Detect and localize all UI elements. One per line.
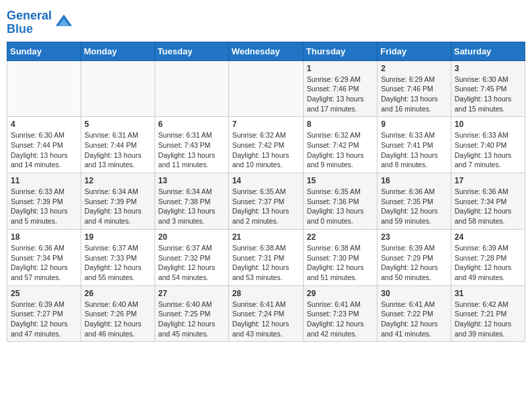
day-number: 6: [159, 120, 225, 129]
calendar-cell: 12Sunrise: 6:34 AMSunset: 7:39 PMDayligh…: [81, 173, 154, 230]
day-number: 25: [11, 289, 77, 298]
calendar-table: SundayMondayTuesdayWednesdayThursdayFrid…: [7, 42, 525, 342]
day-number: 23: [381, 232, 447, 242]
calendar-cell: 5Sunrise: 6:31 AMSunset: 7:44 PMDaylight…: [81, 117, 154, 173]
day-number: 28: [232, 289, 300, 298]
calendar-cell: 27Sunrise: 6:40 AMSunset: 7:25 PMDayligh…: [154, 285, 228, 342]
day-info: Sunrise: 6:42 AMSunset: 7:21 PMDaylight:…: [455, 300, 521, 339]
day-info: Sunrise: 6:39 AMSunset: 7:27 PMDaylight:…: [11, 300, 77, 339]
calendar-cell: 18Sunrise: 6:36 AMSunset: 7:34 PMDayligh…: [7, 229, 81, 285]
calendar-cell: 4Sunrise: 6:30 AMSunset: 7:44 PMDaylight…: [7, 117, 81, 173]
day-header-saturday: Saturday: [451, 42, 525, 60]
day-info: Sunrise: 6:40 AMSunset: 7:26 PMDaylight:…: [85, 300, 151, 339]
day-info: Sunrise: 6:39 AMSunset: 7:29 PMDaylight:…: [381, 243, 447, 283]
calendar-cell: 9Sunrise: 6:33 AMSunset: 7:41 PMDaylight…: [378, 117, 451, 173]
calendar-cell: [81, 60, 154, 117]
calendar-cell: 1Sunrise: 6:29 AMSunset: 7:46 PMDaylight…: [303, 60, 377, 117]
day-number: 1: [307, 64, 373, 73]
calendar-cell: 15Sunrise: 6:35 AMSunset: 7:36 PMDayligh…: [303, 173, 377, 230]
day-info: Sunrise: 6:34 AMSunset: 7:38 PMDaylight:…: [159, 187, 225, 226]
calendar-cell: 13Sunrise: 6:34 AMSunset: 7:38 PMDayligh…: [154, 173, 228, 230]
day-number: 13: [159, 176, 225, 185]
calendar-cell: 16Sunrise: 6:36 AMSunset: 7:35 PMDayligh…: [378, 173, 451, 230]
calendar-week-row: 18Sunrise: 6:36 AMSunset: 7:34 PMDayligh…: [7, 229, 525, 285]
day-number: 3: [455, 64, 521, 73]
calendar-cell: [7, 60, 81, 117]
calendar-cell: 24Sunrise: 6:39 AMSunset: 7:28 PMDayligh…: [451, 229, 525, 285]
day-number: 14: [232, 176, 300, 185]
day-info: Sunrise: 6:33 AMSunset: 7:40 PMDaylight:…: [455, 130, 521, 170]
day-header-wednesday: Wednesday: [228, 42, 303, 60]
day-number: 7: [232, 120, 300, 129]
calendar-cell: 23Sunrise: 6:39 AMSunset: 7:29 PMDayligh…: [378, 229, 451, 285]
day-info: Sunrise: 6:29 AMSunset: 7:46 PMDaylight:…: [307, 75, 373, 114]
day-number: 18: [11, 232, 77, 242]
calendar-cell: [154, 60, 228, 117]
calendar-cell: 3Sunrise: 6:30 AMSunset: 7:45 PMDaylight…: [451, 60, 525, 117]
day-info: Sunrise: 6:36 AMSunset: 7:34 PMDaylight:…: [455, 187, 521, 226]
calendar-cell: 26Sunrise: 6:40 AMSunset: 7:26 PMDayligh…: [81, 285, 154, 342]
calendar-cell: 22Sunrise: 6:38 AMSunset: 7:30 PMDayligh…: [303, 229, 377, 285]
day-info: Sunrise: 6:34 AMSunset: 7:39 PMDaylight:…: [85, 187, 151, 226]
day-number: 15: [307, 176, 373, 185]
day-info: Sunrise: 6:31 AMSunset: 7:43 PMDaylight:…: [159, 130, 225, 170]
day-number: 30: [381, 289, 447, 298]
logo-text: General Blue: [7, 9, 52, 36]
day-info: Sunrise: 6:36 AMSunset: 7:35 PMDaylight:…: [381, 187, 447, 226]
calendar-cell: 14Sunrise: 6:35 AMSunset: 7:37 PMDayligh…: [228, 173, 303, 230]
day-number: 19: [85, 232, 151, 242]
calendar-week-row: 1Sunrise: 6:29 AMSunset: 7:46 PMDaylight…: [7, 60, 525, 117]
calendar-cell: 7Sunrise: 6:32 AMSunset: 7:42 PMDaylight…: [228, 117, 303, 173]
day-number: 9: [381, 120, 447, 129]
day-number: 21: [232, 232, 300, 242]
day-header-friday: Friday: [378, 42, 451, 60]
day-number: 27: [159, 289, 225, 298]
day-number: 31: [455, 289, 521, 298]
day-info: Sunrise: 6:40 AMSunset: 7:25 PMDaylight:…: [159, 300, 225, 339]
day-info: Sunrise: 6:33 AMSunset: 7:41 PMDaylight:…: [381, 130, 447, 170]
day-number: 8: [307, 120, 373, 129]
day-header-tuesday: Tuesday: [154, 42, 228, 60]
day-info: Sunrise: 6:30 AMSunset: 7:44 PMDaylight:…: [11, 130, 77, 170]
calendar-cell: 30Sunrise: 6:41 AMSunset: 7:22 PMDayligh…: [378, 285, 451, 342]
day-number: 22: [307, 232, 373, 242]
calendar-cell: 2Sunrise: 6:29 AMSunset: 7:46 PMDaylight…: [378, 60, 451, 117]
calendar-cell: 11Sunrise: 6:33 AMSunset: 7:39 PMDayligh…: [7, 173, 81, 230]
day-info: Sunrise: 6:36 AMSunset: 7:34 PMDaylight:…: [11, 243, 77, 283]
calendar-week-row: 11Sunrise: 6:33 AMSunset: 7:39 PMDayligh…: [7, 173, 525, 230]
day-info: Sunrise: 6:41 AMSunset: 7:22 PMDaylight:…: [381, 300, 447, 339]
day-info: Sunrise: 6:35 AMSunset: 7:36 PMDaylight:…: [307, 187, 373, 226]
day-number: 20: [159, 232, 225, 242]
day-number: 12: [85, 176, 151, 185]
calendar-cell: 20Sunrise: 6:37 AMSunset: 7:32 PMDayligh…: [154, 229, 228, 285]
day-info: Sunrise: 6:39 AMSunset: 7:28 PMDaylight:…: [455, 243, 521, 283]
day-number: 2: [381, 64, 447, 73]
calendar-cell: 8Sunrise: 6:32 AMSunset: 7:42 PMDaylight…: [303, 117, 377, 173]
logo: General Blue: [7, 9, 73, 36]
calendar-body: 1Sunrise: 6:29 AMSunset: 7:46 PMDaylight…: [7, 60, 525, 342]
calendar-cell: [228, 60, 303, 117]
day-number: 26: [85, 289, 151, 298]
day-number: 5: [85, 120, 151, 129]
calendar-week-row: 4Sunrise: 6:30 AMSunset: 7:44 PMDaylight…: [7, 117, 525, 173]
day-header-thursday: Thursday: [303, 42, 377, 60]
header: General Blue: [7, 7, 525, 36]
day-info: Sunrise: 6:41 AMSunset: 7:23 PMDaylight:…: [307, 300, 373, 339]
day-info: Sunrise: 6:33 AMSunset: 7:39 PMDaylight:…: [11, 187, 77, 226]
day-info: Sunrise: 6:32 AMSunset: 7:42 PMDaylight:…: [307, 130, 373, 170]
calendar-cell: 19Sunrise: 6:37 AMSunset: 7:33 PMDayligh…: [81, 229, 154, 285]
calendar-week-row: 25Sunrise: 6:39 AMSunset: 7:27 PMDayligh…: [7, 285, 525, 342]
calendar-cell: 10Sunrise: 6:33 AMSunset: 7:40 PMDayligh…: [451, 117, 525, 173]
day-info: Sunrise: 6:29 AMSunset: 7:46 PMDaylight:…: [381, 75, 447, 114]
day-header-sunday: Sunday: [7, 42, 81, 60]
calendar-cell: 31Sunrise: 6:42 AMSunset: 7:21 PMDayligh…: [451, 285, 525, 342]
day-number: 10: [455, 120, 521, 129]
day-number: 29: [307, 289, 373, 298]
day-info: Sunrise: 6:37 AMSunset: 7:33 PMDaylight:…: [85, 243, 151, 283]
day-info: Sunrise: 6:41 AMSunset: 7:24 PMDaylight:…: [232, 300, 300, 339]
day-info: Sunrise: 6:31 AMSunset: 7:44 PMDaylight:…: [85, 130, 151, 170]
calendar-cell: 17Sunrise: 6:36 AMSunset: 7:34 PMDayligh…: [451, 173, 525, 230]
calendar-cell: 6Sunrise: 6:31 AMSunset: 7:43 PMDaylight…: [154, 117, 228, 173]
calendar-header-row: SundayMondayTuesdayWednesdayThursdayFrid…: [7, 42, 525, 60]
calendar-cell: 29Sunrise: 6:41 AMSunset: 7:23 PMDayligh…: [303, 285, 377, 342]
